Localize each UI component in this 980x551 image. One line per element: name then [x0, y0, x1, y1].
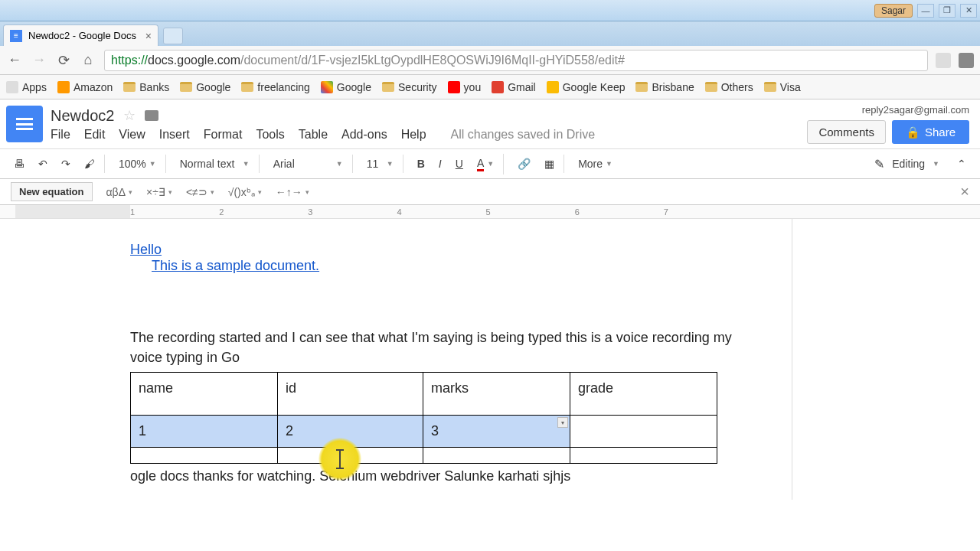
folder-icon [241, 82, 253, 92]
eq-greek[interactable]: αβΔ▾ [106, 186, 133, 198]
table-cell[interactable] [570, 448, 717, 464]
bookmark-gmail[interactable]: Gmail [492, 81, 536, 93]
maximize-button[interactable]: ❐ [939, 4, 956, 18]
paint-format-icon[interactable]: 🖌 [80, 155, 105, 173]
url-protocol: https:// [111, 54, 148, 67]
bookmark-amazon[interactable]: Amazon [57, 81, 113, 93]
table-cell[interactable] [131, 448, 278, 464]
page[interactable]: Hello This is a sample document. The rec… [15, 219, 792, 500]
eq-arrows[interactable]: ←↑→▾ [276, 186, 309, 198]
fontsize-select[interactable]: 11▼ [362, 155, 403, 173]
table-cell[interactable] [570, 416, 717, 448]
hyperlink[interactable]: This is a sample document. [152, 258, 319, 273]
print-icon[interactable]: 🖶 [9, 155, 29, 173]
amazon-icon [57, 81, 70, 93]
forward-button[interactable]: → [31, 52, 47, 69]
star-icon[interactable]: ☆ [123, 107, 136, 124]
bookmark-banks[interactable]: Banks [123, 81, 169, 93]
share-button[interactable]: 🔒Share [892, 120, 969, 144]
cell-dropdown-icon[interactable]: ▾ [557, 417, 568, 428]
font-select[interactable]: Arial▼ [269, 155, 353, 173]
close-eqbar-icon[interactable]: × [960, 183, 969, 201]
table-row: 1 2 3▾ [131, 416, 717, 448]
zoom-select[interactable]: 100%▼ [114, 155, 166, 173]
back-button[interactable]: ← [6, 52, 23, 69]
italic-icon[interactable]: I [434, 155, 446, 173]
paragraph[interactable]: The recording started and I can see that… [130, 328, 761, 367]
redo-icon[interactable]: ↷ [57, 155, 75, 173]
collapse-icon[interactable]: ⌃ [952, 155, 971, 173]
mode-select[interactable]: ✎Editing▼ [866, 153, 948, 175]
more-button[interactable]: More▼ [573, 155, 617, 173]
table-row: name id marks grade [131, 373, 717, 416]
close-window-button[interactable]: ✕ [960, 4, 977, 18]
table-cell[interactable] [278, 448, 423, 464]
undo-icon[interactable]: ↶ [34, 155, 52, 173]
gmail-icon [492, 81, 504, 93]
os-titlebar: Sagar — ❐ ✕ [0, 0, 980, 21]
minimize-button[interactable]: — [917, 4, 934, 18]
move-folder-icon[interactable] [145, 110, 158, 121]
reload-button[interactable]: ⟳ [55, 52, 72, 69]
document-canvas: Hello This is a sample document. The rec… [0, 219, 980, 500]
new-equation-button[interactable]: New equation [11, 182, 93, 201]
bookmark-apps[interactable]: Apps [6, 81, 47, 93]
bold-icon[interactable]: B [413, 155, 430, 173]
bookmark-keep[interactable]: Google Keep [547, 81, 626, 93]
fullscreen-icon[interactable] [936, 53, 951, 68]
docs-logo-icon[interactable] [6, 106, 43, 142]
bookmark-security[interactable]: Security [382, 81, 437, 93]
menu-edit[interactable]: Edit [84, 128, 106, 142]
underline-icon[interactable]: U [451, 155, 468, 173]
google-icon [321, 81, 333, 93]
text-color-icon[interactable]: A▼ [472, 154, 504, 174]
comment-icon[interactable]: ▦ [540, 155, 564, 173]
table-cell[interactable]: id [278, 373, 423, 416]
extension-icon[interactable] [959, 53, 974, 68]
table-cell[interactable]: 2 [278, 416, 423, 448]
bookmark-others[interactable]: Others [705, 81, 753, 93]
style-select[interactable]: Normal text▼ [175, 155, 260, 173]
table-cell[interactable]: name [131, 373, 278, 416]
bookmark-google[interactable]: Google [180, 81, 230, 93]
ruler[interactable]: 1234567 [0, 205, 980, 219]
bookmark-you[interactable]: you [448, 81, 482, 93]
document-title[interactable]: Newdoc2 [51, 107, 114, 125]
account-email[interactable]: reply2sagar@gmail.com [862, 104, 969, 116]
menu-insert[interactable]: Insert [159, 128, 190, 142]
menu-addons[interactable]: Add-ons [341, 128, 387, 142]
hyperlink[interactable]: Hello [130, 242, 162, 257]
document-table[interactable]: name id marks grade 1 2 3▾ [130, 372, 717, 464]
table-cell[interactable] [423, 448, 570, 464]
eq-ops[interactable]: ×÷∃▾ [146, 186, 172, 198]
format-toolbar: 🖶 ↶ ↷ 🖌 100%▼ Normal text▼ Arial▼ 11▼ B … [0, 148, 980, 179]
table-row [131, 448, 717, 464]
menu-file[interactable]: File [51, 128, 70, 142]
url-bar[interactable]: https://docs.google.com/document/d/1F-vs… [104, 50, 928, 71]
menu-view[interactable]: View [119, 128, 145, 142]
table-cell[interactable]: 3▾ [423, 416, 570, 448]
new-tab-button[interactable] [163, 28, 183, 44]
menu-format[interactable]: Format [204, 128, 243, 142]
comments-button[interactable]: Comments [807, 120, 886, 144]
eq-math[interactable]: √()xᵇₐ▾ [228, 186, 262, 198]
table-cell[interactable]: grade [570, 373, 717, 416]
tab-close-icon[interactable]: × [145, 30, 152, 42]
os-user-pill: Sagar [874, 4, 913, 18]
paragraph[interactable]: ogle docs thanks for watching. Selenium … [130, 468, 761, 484]
browser-tab[interactable]: ≡ Newdoc2 - Google Docs × [3, 24, 158, 46]
table-cell[interactable]: marks [423, 373, 570, 416]
browser-navbar: ← → ⟳ ⌂ https://docs.google.com/document… [0, 46, 980, 75]
link-icon[interactable]: 🔗 [513, 155, 535, 173]
menu-help[interactable]: Help [401, 128, 426, 142]
bookmark-brisbane[interactable]: Brisbane [635, 81, 694, 93]
bookmark-freelancing[interactable]: freelancing [241, 81, 310, 93]
eq-rel[interactable]: <≠⊃▾ [186, 186, 214, 198]
home-button[interactable]: ⌂ [80, 52, 96, 69]
bookmark-visa[interactable]: Visa [764, 81, 801, 93]
menu-table[interactable]: Table [299, 128, 328, 142]
menu-tools[interactable]: Tools [256, 128, 284, 142]
docs-favicon-icon: ≡ [10, 30, 22, 42]
table-cell[interactable]: 1 [131, 416, 278, 448]
bookmark-google2[interactable]: Google [321, 81, 371, 93]
